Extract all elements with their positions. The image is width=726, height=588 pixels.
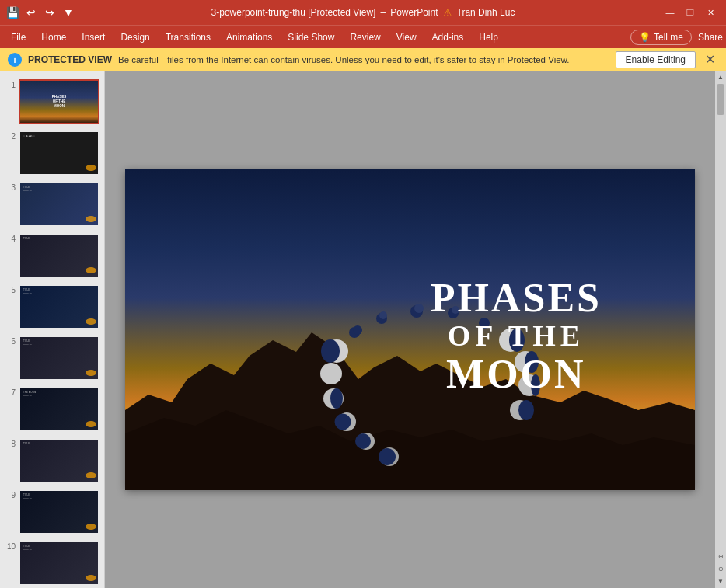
restore-button[interactable]: ❐ [681, 5, 700, 20]
menu-insert[interactable]: Insert [74, 29, 113, 46]
slide-thumb-7[interactable]: 7 THE MOON— — — [3, 385, 101, 433]
minimize-button[interactable]: — [661, 5, 679, 20]
moon-9b [414, 304, 424, 313]
lightbulb-icon: 💡 [639, 32, 651, 43]
slide-inner-4: TITLE— — — [20, 235, 98, 277]
menu-view[interactable]: View [389, 29, 424, 46]
slide-thumb-10[interactable]: 10 TITLE— — — [3, 539, 101, 587]
tell-me-label: Tell me [654, 32, 683, 43]
moon-8b [379, 311, 387, 319]
moon-15-shadow [518, 400, 534, 420]
customize-icon[interactable]: ▼ [62, 6, 75, 19]
slide-thumb-3[interactable]: 3 TITLE— — — [3, 180, 101, 228]
canvas-area: PHASES OF THE MOON [105, 71, 715, 588]
slide-img-7[interactable]: THE MOON— — — [19, 387, 99, 432]
scroll-thumb[interactable] [717, 84, 724, 115]
slide-num-6: 6 [5, 337, 16, 346]
slide-num-3: 3 [5, 183, 16, 192]
menu-slideshow[interactable]: Slide Show [280, 29, 342, 46]
slide-thumb-4[interactable]: 4 TITLE— — — [3, 231, 101, 280]
protected-text: Be careful—files from the Internet can c… [118, 55, 609, 64]
slide-thumb-9[interactable]: 9 TITLE— — — [3, 488, 101, 536]
slide-img-1[interactable]: PHASESOF THEMOON [19, 79, 99, 124]
slide-thumb-2[interactable]: 2 ○ ◑ ● ◐ ○ [3, 129, 101, 177]
menu-design[interactable]: Design [113, 29, 157, 46]
enable-editing-button[interactable]: Enable Editing [616, 51, 696, 68]
moon-2-shadow [355, 433, 371, 449]
menu-help[interactable]: Help [471, 29, 506, 46]
slide-num-8: 8 [5, 440, 16, 448]
menu-transitions[interactable]: Transitions [158, 29, 218, 46]
moon-7 [353, 325, 362, 335]
save-icon[interactable]: 💾 [6, 6, 19, 19]
info-icon: i [8, 53, 22, 67]
title-bar-right: — ❐ ✕ [661, 5, 720, 20]
slide4-overlay [86, 267, 96, 273]
moon-4-shadow [330, 388, 343, 409]
moon-6-shadow [321, 339, 340, 363]
slide-img-4[interactable]: TITLE— — — [19, 233, 99, 278]
scroll-up-arrow[interactable]: ▲ [715, 71, 726, 82]
zoom-controls: ⊕ ⊖ ▼ [715, 549, 726, 588]
undo-icon[interactable]: ↩ [25, 6, 37, 19]
zoom-icon-2[interactable]: ⊖ [715, 563, 726, 574]
title-app: PowerPoint [390, 7, 438, 18]
slide-inner-3: TITLE— — — [20, 183, 98, 225]
slide6-text: TITLE— — — [23, 340, 32, 346]
slide-inner-6: TITLE— — — [20, 337, 98, 379]
menu-animations[interactable]: Animations [218, 29, 280, 46]
slide9-overlay [86, 524, 96, 530]
phases-text: PHASES OF THE MOON [431, 275, 602, 396]
zoom-icon-1[interactable]: ⊕ [715, 551, 726, 562]
slide2-text: ○ ◑ ● ◐ ○ [23, 135, 35, 138]
title-bar-center: 3-powerpoint-trung-thu [Protected View] … [211, 7, 515, 19]
slide-img-8[interactable]: TITLE— — — [19, 438, 99, 483]
phases-line1: PHASES [431, 275, 602, 319]
slide10-overlay [86, 575, 96, 581]
slide-inner-7: THE MOON— — — [20, 388, 98, 430]
slide-img-2[interactable]: ○ ◑ ● ◐ ○ [19, 130, 99, 176]
slide-inner-1: PHASESOF THEMOON [20, 81, 98, 123]
slide-num-9: 9 [5, 491, 16, 499]
slide-thumb-1[interactable]: 1 PHASESOF THEMOON [3, 78, 101, 126]
menu-review[interactable]: Review [342, 29, 388, 46]
redo-icon[interactable]: ↪ [44, 6, 56, 19]
tell-me-box[interactable]: 💡 Tell me [630, 30, 692, 45]
moon-phases-svg [125, 169, 695, 490]
close-protected-bar-button[interactable]: ✕ [702, 52, 718, 67]
slide5-overlay [86, 318, 96, 325]
moon-3-shadow [335, 414, 351, 430]
slide-img-9[interactable]: TITLE— — — [19, 489, 99, 534]
scroll-down-arrow[interactable]: ▼ [715, 576, 726, 586]
slide-img-3[interactable]: TITLE— — — [19, 182, 99, 227]
menu-addins[interactable]: Add-ins [424, 29, 472, 46]
title-bar-left: 💾 ↩ ↪ ▼ [6, 6, 75, 19]
slide-img-10[interactable]: TITLE— — — [19, 541, 99, 586]
window-controls: — ❐ ✕ [661, 5, 720, 20]
slide-num-1: 1 [5, 81, 16, 89]
close-button[interactable]: ✕ [701, 5, 720, 20]
slide-inner-10: TITLE— — — [20, 542, 98, 584]
slide-thumb-5[interactable]: 5 TITLE— — — [3, 283, 101, 331]
slide-thumb-8[interactable]: 8 TITLE— — — [3, 437, 101, 485]
slide-img-5[interactable]: TITLE— — — [19, 284, 99, 329]
slide7-text: THE MOON— — — [23, 391, 36, 397]
slide3-text: TITLE— — — [23, 186, 32, 192]
share-button[interactable]: Share [698, 32, 723, 43]
slide8-overlay [86, 472, 96, 478]
scroll-track[interactable] [715, 82, 726, 549]
slide5-text: TITLE— — — [23, 289, 32, 294]
moon-5 [320, 363, 342, 384]
slide-inner-5: TITLE— — — [20, 286, 98, 328]
slide7-overlay [86, 421, 96, 427]
slide-inner-9: TITLE— — — [20, 491, 98, 533]
slide-img-6[interactable]: TITLE— — — [19, 336, 99, 381]
menu-file[interactable]: File [3, 29, 33, 46]
menu-bar: File Home Insert Design Transitions Anim… [0, 25, 726, 48]
menu-home[interactable]: Home [33, 29, 74, 46]
slide-num-10: 10 [5, 542, 16, 551]
main-area: 1 PHASESOF THEMOON 2 ○ ◑ ● ◐ ○ 3 TI [0, 71, 726, 588]
slide3-overlay [86, 216, 96, 222]
slide-thumb-6[interactable]: 6 TITLE— — — [3, 334, 101, 382]
slide-inner-2: ○ ◑ ● ◐ ○ [20, 132, 98, 174]
